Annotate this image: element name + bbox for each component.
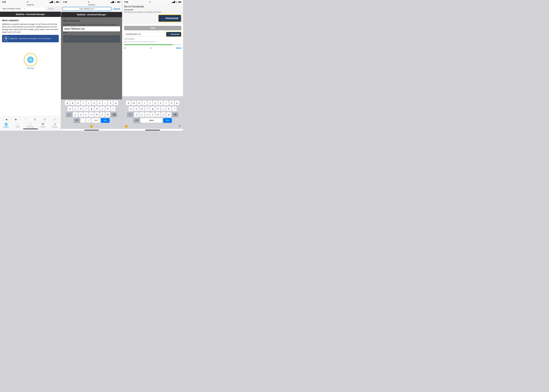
tab-browser[interactable]: 🌐 Browser	[3, 123, 9, 128]
kb-o-3[interactable]: o	[169, 101, 174, 105]
mic-icon-3[interactable]: 🎙	[178, 125, 181, 128]
url-bar-1[interactable]: https://mediaplus.firebaseapp... ↻	[1, 7, 46, 11]
share-btn[interactable]: ↑	[24, 117, 27, 121]
emoji-icon-2[interactable]: 😊	[90, 125, 93, 128]
kb-backspace-3[interactable]: ⌫	[172, 112, 178, 117]
url-input-2[interactable]: www.TWDown.net	[79, 8, 94, 10]
open-btn[interactable]: OPEN	[124, 26, 181, 30]
kb-n-3[interactable]: n	[161, 112, 166, 117]
kb-z-3[interactable]: z	[134, 112, 139, 117]
tab-media[interactable]: ♪ Media	[16, 123, 20, 128]
kb-m-3[interactable]: m	[167, 112, 171, 117]
kb-l-2[interactable]: l	[111, 106, 115, 111]
download-circle-btn[interactable]: ⊙	[42, 117, 47, 121]
kb-t-2[interactable]: t	[86, 101, 91, 105]
kb-h-2[interactable]: h	[95, 106, 99, 111]
status-icons-2: ▂▄█ ▲	[111, 1, 120, 3]
kb-p-2[interactable]: p	[113, 101, 118, 105]
kb-f-3[interactable]: f	[145, 106, 150, 111]
kb-shift-3[interactable]: ⇧	[127, 112, 133, 117]
kb-b-3[interactable]: b	[156, 112, 160, 117]
kb-s-3[interactable]: s	[134, 106, 139, 111]
kb-j-3[interactable]: j	[161, 106, 166, 111]
kb-b-2[interactable]: b	[95, 112, 99, 117]
kb-y-2[interactable]: y	[92, 101, 97, 105]
kb-f-2[interactable]: f	[84, 106, 89, 111]
other-files-tab-icon: 📄	[28, 123, 32, 126]
tab-other-files[interactable]: 📄 Other Files	[27, 123, 34, 128]
kb-backspace-2[interactable]: ⌫	[111, 112, 117, 117]
browser-circle[interactable]: 🌐	[24, 53, 37, 66]
kb-dotcom-2[interactable]: .com	[91, 118, 100, 123]
kb-q-2[interactable]: q	[65, 101, 69, 105]
kb-e-3[interactable]: e	[137, 101, 142, 105]
kb-x-3[interactable]: x	[139, 112, 144, 117]
kb-c-2[interactable]: c	[84, 112, 89, 117]
kb-s-2[interactable]: s	[73, 106, 78, 111]
kb-d-2[interactable]: d	[78, 106, 83, 111]
tab-images[interactable]: 🖼 Images	[41, 123, 45, 128]
kb-x-2[interactable]: x	[78, 112, 83, 117]
other-files-tab-label: Other Files	[27, 126, 34, 128]
clear-icon-2[interactable]: ✕	[95, 8, 110, 10]
url-input-field[interactable]: 14053982209?s=21	[124, 32, 165, 37]
kb-d-3[interactable]: d	[139, 106, 144, 111]
kb-123-2[interactable]: 123	[73, 118, 80, 123]
kb-k-2[interactable]: k	[105, 106, 110, 111]
kb-i-3[interactable]: i	[164, 101, 168, 105]
kb-l-3[interactable]: l	[172, 106, 177, 111]
tab-settings[interactable]: ⚙ Settings	[52, 123, 57, 128]
kb-g-3[interactable]: g	[150, 106, 155, 111]
kb-r-3[interactable]: r	[142, 101, 147, 105]
kb-h-3[interactable]: h	[156, 106, 160, 111]
kb-w-2[interactable]: w	[70, 101, 75, 105]
kb-i-2[interactable]: i	[103, 101, 107, 105]
kb-suggestion-3[interactable]: '''	[152, 98, 154, 100]
cancel-btn-2[interactable]: Cancel	[112, 8, 121, 10]
nav-up-btn[interactable]: ∧	[124, 47, 126, 49]
kb-e-2[interactable]: e	[76, 101, 80, 105]
kb-z-2[interactable]: z	[73, 112, 78, 117]
forward-btn[interactable]: ▶	[14, 117, 18, 121]
kb-m-2[interactable]: m	[105, 112, 110, 117]
kb-go-2[interactable]: Go	[101, 118, 110, 123]
kb-a-2[interactable]: a	[68, 106, 72, 111]
kb-u-3[interactable]: u	[159, 101, 163, 105]
mediacast-banner-1[interactable]: 📡 MediaCast - Cast Videos and Images to …	[2, 35, 59, 42]
done-btn[interactable]: Done	[176, 47, 181, 49]
google-bar-1[interactable]: Google	[47, 7, 60, 11]
kb-123-3[interactable]: 123	[133, 118, 140, 123]
kb-r-2[interactable]: r	[81, 101, 86, 105]
download-btn-small[interactable]: ↓ ↓ Download	[166, 32, 181, 37]
kb-k-3[interactable]: k	[167, 106, 171, 111]
kb-dot-2[interactable]: .	[81, 118, 85, 123]
kb-y-3[interactable]: y	[153, 101, 158, 105]
reload-icon-1[interactable]: ↻	[24, 8, 44, 10]
kb-slash-2[interactable]: /	[86, 118, 91, 123]
kb-a-3[interactable]: a	[129, 106, 133, 111]
kb-u-2[interactable]: u	[97, 101, 102, 105]
kb-o-2[interactable]: o	[108, 101, 113, 105]
kb-v-3[interactable]: v	[150, 112, 155, 117]
kb-w-3[interactable]: w	[132, 101, 136, 105]
expand-btn[interactable]: ⤢	[52, 117, 56, 121]
kb-space-3[interactable]: space	[140, 118, 162, 123]
kb-go-3[interactable]: Go	[163, 118, 172, 123]
kb-shift-2[interactable]: ⇧	[66, 112, 72, 117]
kb-n-2[interactable]: n	[100, 112, 105, 117]
time-1: 2:58	[2, 1, 6, 3]
tabs-btn[interactable]: ⊡	[33, 117, 37, 121]
download-btn-big[interactable]: ↓ ↓ Download	[158, 14, 181, 22]
kb-j-2[interactable]: j	[100, 106, 105, 111]
kb-p-3[interactable]: p	[175, 101, 179, 105]
back-btn[interactable]: ◀	[4, 117, 8, 121]
kb-g-2[interactable]: g	[89, 106, 94, 111]
url-popup-2[interactable]: www.TWDown.net	[63, 26, 120, 32]
url-bar-2[interactable]: ● www.TWDown.net ✕	[62, 7, 111, 11]
kb-t-3[interactable]: t	[148, 101, 152, 105]
kb-q-3[interactable]: q	[126, 101, 131, 105]
kb-v-2[interactable]: v	[89, 112, 94, 117]
emoji-icon-3[interactable]: 😊	[124, 125, 128, 128]
kb-c-3[interactable]: c	[145, 112, 150, 117]
nav-down-btn[interactable]: ∨	[150, 47, 152, 49]
